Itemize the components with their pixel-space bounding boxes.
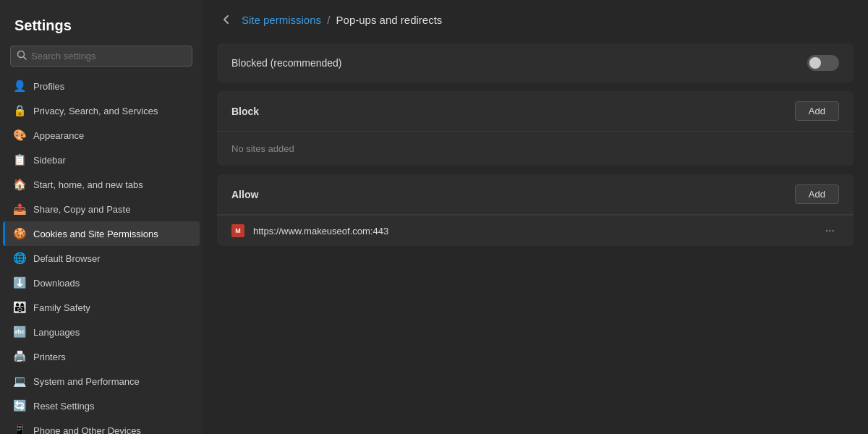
sidebar-icon-default-browser: 🌐 (13, 252, 26, 265)
sidebar-icon-cookies: 🍪 (13, 227, 26, 240)
block-section-title: Block (231, 106, 259, 117)
site-row-0: M https://www.makeuseof.com:443 ··· (217, 215, 854, 246)
search-input[interactable] (31, 51, 186, 61)
block-section-header: Block Add (217, 91, 854, 132)
sidebar-label-languages: Languages (33, 327, 80, 338)
search-box[interactable] (10, 46, 192, 67)
sidebar-icon-downloads: ⬇️ (13, 276, 26, 289)
sidebar-icon-start-home: 🏠 (13, 178, 26, 191)
sidebar-item-appearance[interactable]: 🎨 Appearance (3, 123, 200, 148)
sidebar-label-reset: Reset Settings (33, 401, 95, 412)
allow-section-title: Allow (231, 189, 258, 200)
sidebar-icon-profiles: 👤 (13, 80, 26, 93)
block-add-button[interactable]: Add (795, 101, 839, 121)
sidebar-icon-share-copy: 📤 (13, 203, 26, 216)
sidebar-icon-phone: 📱 (13, 424, 26, 434)
sidebar: Settings 👤 Profiles 🔒 Privacy, Search, a… (0, 0, 203, 434)
sidebar-label-default-browser: Default Browser (33, 253, 100, 264)
sidebar-label-family-safety: Family Safety (33, 302, 90, 313)
allow-section-header: Allow Add (217, 174, 854, 215)
sidebar-label-system: System and Performance (33, 376, 140, 387)
svg-line-1 (24, 57, 27, 60)
breadcrumb-current: Pop-ups and redirects (336, 14, 443, 26)
blocked-label: Blocked (recommended) (231, 57, 342, 69)
sidebar-icon-privacy: 🔒 (13, 104, 26, 117)
sidebar-item-default-browser[interactable]: 🌐 Default Browser (3, 246, 200, 271)
sidebar-item-phone[interactable]: 📱 Phone and Other Devices (3, 418, 200, 434)
sidebar-icon-printers: 🖨️ (13, 350, 26, 363)
allow-card: Allow Add M https://www.makeuseof.com:44… (217, 174, 854, 246)
site-more-button-0[interactable]: ··· (821, 223, 839, 239)
breadcrumb-separator: / (327, 14, 330, 26)
blocked-row: Blocked (recommended) (217, 43, 854, 82)
top-nav: Site permissions / Pop-ups and redirects (203, 0, 868, 36)
breadcrumb-link[interactable]: Site permissions (242, 14, 321, 26)
sidebar-item-share-copy[interactable]: 📤 Share, Copy and Paste (3, 197, 200, 221)
sidebar-label-downloads: Downloads (33, 278, 80, 289)
site-favicon-0: M (231, 224, 244, 237)
main-content: Site permissions / Pop-ups and redirects… (203, 0, 868, 434)
sidebar-item-privacy[interactable]: 🔒 Privacy, Search, and Services (3, 98, 200, 123)
back-button[interactable] (217, 10, 236, 29)
content-area: Blocked (recommended) Block Add No sites… (203, 36, 868, 269)
sidebar-item-printers[interactable]: 🖨️ Printers (3, 344, 200, 369)
sidebar-item-languages[interactable]: 🔤 Languages (3, 320, 200, 344)
sidebar-label-cookies: Cookies and Site Permissions (33, 229, 158, 239)
sidebar-label-printers: Printers (33, 352, 66, 362)
allow-add-button[interactable]: Add (795, 184, 839, 204)
sidebar-item-start-home[interactable]: 🏠 Start, home, and new tabs (3, 172, 200, 197)
sidebar-icon-appearance: 🎨 (13, 129, 26, 142)
search-wrap (0, 41, 203, 74)
blocked-card: Blocked (recommended) (217, 43, 854, 82)
sidebar-label-sidebar: Sidebar (33, 155, 66, 166)
sidebar-items: 👤 Profiles 🔒 Privacy, Search, and Servic… (0, 74, 203, 434)
sidebar-icon-system: 💻 (13, 375, 26, 388)
sidebar-icon-sidebar: 📋 (13, 153, 26, 166)
site-url-0: https://www.makeuseof.com:443 (253, 226, 812, 237)
sidebar-item-reset[interactable]: 🔄 Reset Settings (3, 393, 200, 418)
block-card: Block Add No sites added (217, 91, 854, 166)
sidebar-label-appearance: Appearance (33, 130, 84, 141)
sidebar-item-family-safety[interactable]: 👨‍👩‍👧 Family Safety (3, 295, 200, 320)
sidebar-icon-languages: 🔤 (13, 326, 26, 339)
search-icon (17, 50, 27, 62)
breadcrumb: Site permissions / Pop-ups and redirects (242, 14, 442, 26)
sidebar-icon-reset: 🔄 (13, 399, 26, 412)
allowed-sites: M https://www.makeuseof.com:443 ··· (217, 215, 854, 246)
sidebar-label-start-home: Start, home, and new tabs (33, 179, 143, 190)
no-sites-label: No sites added (217, 132, 854, 166)
sidebar-item-downloads[interactable]: ⬇️ Downloads (3, 271, 200, 295)
settings-title: Settings (0, 7, 203, 41)
sidebar-icon-family-safety: 👨‍👩‍👧 (13, 301, 26, 314)
sidebar-label-profiles: Profiles (33, 81, 64, 92)
sidebar-item-cookies[interactable]: 🍪 Cookies and Site Permissions (3, 221, 200, 246)
sidebar-item-sidebar[interactable]: 📋 Sidebar (3, 148, 200, 172)
sidebar-label-phone: Phone and Other Devices (33, 425, 141, 435)
sidebar-item-profiles[interactable]: 👤 Profiles (3, 74, 200, 98)
blocked-toggle[interactable] (807, 55, 839, 71)
toggle-knob (809, 57, 821, 69)
sidebar-label-privacy: Privacy, Search, and Services (33, 106, 158, 116)
sidebar-item-system[interactable]: 💻 System and Performance (3, 369, 200, 393)
sidebar-label-share-copy: Share, Copy and Paste (33, 204, 130, 215)
